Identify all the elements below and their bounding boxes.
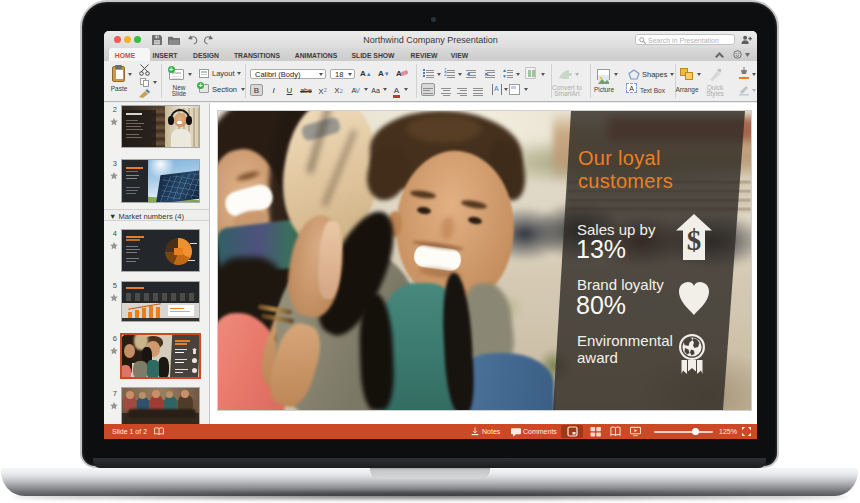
svg-text:$: $ — [687, 224, 702, 256]
